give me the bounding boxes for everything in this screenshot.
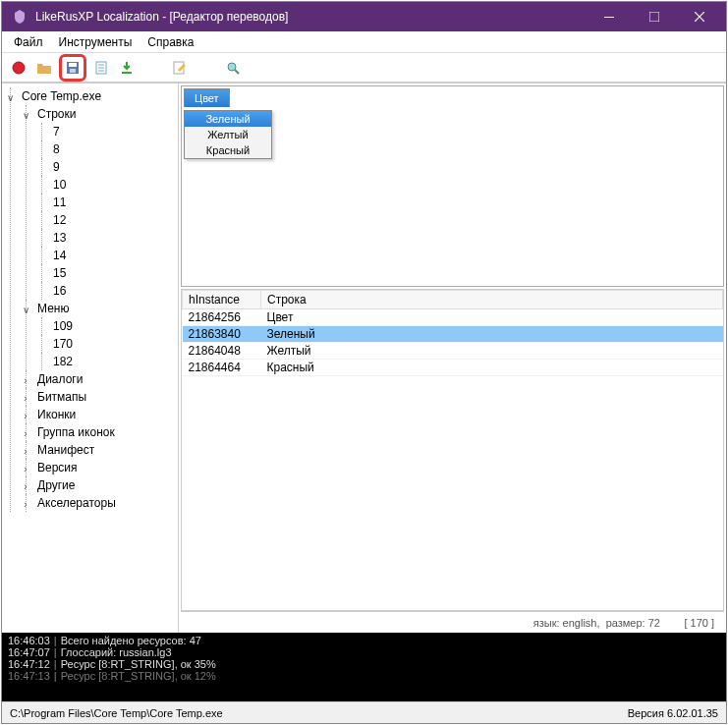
document-button[interactable] xyxy=(90,57,112,79)
size-label: размер: xyxy=(606,617,645,629)
edit-button[interactable] xyxy=(169,57,191,79)
preview-panel: Цвет Зеленый Желтый Красный xyxy=(181,85,724,287)
tree-string-item[interactable]: 13 xyxy=(37,229,174,247)
window-title: LikeRusXP Localization - [Редактор перев… xyxy=(35,10,587,24)
table-row[interactable]: 21863840Зеленый xyxy=(183,326,723,343)
new-button[interactable] xyxy=(8,57,29,79)
chevron-right-icon[interactable]: › xyxy=(20,496,31,508)
tree-string-item[interactable]: 16 xyxy=(37,282,174,300)
dropdown-item-green[interactable]: Зеленый xyxy=(185,111,271,127)
tree-string-item[interactable]: 14 xyxy=(37,247,174,264)
toolbar xyxy=(2,53,726,83)
chevron-down-icon[interactable]: ∨ xyxy=(4,89,16,101)
svg-rect-4 xyxy=(69,63,77,67)
table-row[interactable]: 21864048Желтый xyxy=(183,343,723,360)
tree-string-item[interactable]: 8 xyxy=(37,140,174,158)
maximize-button[interactable] xyxy=(632,2,677,31)
table-row[interactable]: 21864464Красный xyxy=(183,360,723,376)
statusbar: C:\Program Files\Core Temp\Core Temp.exe… xyxy=(2,701,726,723)
count-value: [ 170 ] xyxy=(684,617,714,629)
open-button[interactable] xyxy=(33,57,55,79)
tree-icons[interactable]: ›Иконки xyxy=(22,406,174,423)
preview-tab[interactable]: Цвет xyxy=(184,88,230,107)
tree-strings[interactable]: ∨Строки 7 8 9 10 11 12 13 14 xyxy=(22,105,174,300)
menubar: Файл Инструменты Справка xyxy=(2,31,726,53)
svg-point-2 xyxy=(13,62,25,74)
tree-menu-item[interactable]: 182 xyxy=(37,353,174,370)
chevron-right-icon[interactable]: › xyxy=(20,478,31,490)
tree-icon-group[interactable]: ›Группа иконок xyxy=(22,423,174,441)
chevron-down-icon[interactable]: ∨ xyxy=(20,107,31,119)
menu-tools[interactable]: Инструменты xyxy=(51,33,140,51)
app-icon xyxy=(12,9,28,25)
chevron-right-icon[interactable]: › xyxy=(20,461,31,473)
svg-rect-0 xyxy=(604,17,614,18)
table-row[interactable]: 21864256Цвет xyxy=(183,309,723,326)
tree-menu[interactable]: ∨Меню 109 170 182 xyxy=(22,300,174,370)
log-line: 16:47:13|Ресурс [8:RT_STRING], ок 12% xyxy=(8,670,720,682)
titlebar[interactable]: LikeRusXP Localization - [Редактор перев… xyxy=(2,2,726,31)
tree-manifest[interactable]: ›Манифест xyxy=(22,441,174,459)
strings-table[interactable]: hInstance Строка 21864256Цвет 21863840Зе… xyxy=(181,289,724,611)
search-button[interactable] xyxy=(222,57,244,79)
tree-string-item[interactable]: 9 xyxy=(37,158,174,176)
tree-menu-item[interactable]: 170 xyxy=(37,335,174,353)
tree-accelerators[interactable]: ›Акселераторы xyxy=(22,494,174,512)
tree-menu-item[interactable]: 109 xyxy=(37,317,174,335)
lang-label: язык: xyxy=(533,617,560,629)
svg-line-13 xyxy=(235,70,239,74)
log-line: 16:46:03|Всего найдено ресурсов: 47 xyxy=(8,635,720,646)
close-button[interactable] xyxy=(677,2,722,31)
minimize-button[interactable] xyxy=(587,2,632,31)
tree-string-item[interactable]: 10 xyxy=(37,176,174,194)
chevron-right-icon[interactable]: › xyxy=(20,372,31,384)
log-panel[interactable]: 16:46:03|Всего найдено ресурсов: 47 16:4… xyxy=(2,633,726,701)
log-line: 16:47:12|Ресурс [8:RT_STRING], ок 35% xyxy=(8,658,720,670)
tree-bitmaps[interactable]: ›Битмапы xyxy=(22,388,174,406)
lang-value: english, xyxy=(563,617,600,629)
dropdown-item-yellow[interactable]: Желтый xyxy=(185,127,271,142)
svg-rect-10 xyxy=(122,72,132,74)
log-line: 16:47:07|Глоссарий: russian.lg3 xyxy=(8,646,720,658)
chevron-right-icon[interactable]: › xyxy=(20,425,31,437)
chevron-right-icon[interactable]: › xyxy=(20,443,31,455)
sidebar-tree[interactable]: ∨Core Temp.exe ∨Строки 7 8 9 10 11 12 xyxy=(2,84,179,633)
download-button[interactable] xyxy=(116,57,138,79)
tree-string-item[interactable]: 7 xyxy=(37,123,174,140)
tree-version[interactable]: ›Версия xyxy=(22,459,174,476)
menu-file[interactable]: Файл xyxy=(6,33,51,51)
svg-rect-5 xyxy=(70,69,76,73)
tree-other[interactable]: ›Другие xyxy=(22,476,174,494)
svg-rect-1 xyxy=(649,12,659,22)
svg-point-12 xyxy=(228,63,236,71)
size-value: 72 xyxy=(648,617,660,629)
status-version: Версия 6.02.01.35 xyxy=(628,707,718,719)
chevron-right-icon[interactable]: › xyxy=(20,390,31,402)
col-hinstance[interactable]: hInstance xyxy=(183,291,261,309)
tree-string-item[interactable]: 12 xyxy=(37,211,174,229)
preview-tabs: Цвет xyxy=(184,88,723,107)
save-button[interactable] xyxy=(59,54,86,82)
language-bar: язык: english, размер: 72 [ 170 ] xyxy=(181,611,724,633)
chevron-down-icon[interactable]: ∨ xyxy=(20,302,31,313)
tree-dialogs[interactable]: ›Диалоги xyxy=(22,370,174,388)
status-path: C:\Program Files\Core Temp\Core Temp.exe xyxy=(10,707,628,719)
tree-root[interactable]: ∨Core Temp.exe ∨Строки 7 8 9 10 11 12 xyxy=(6,87,174,512)
preview-dropdown[interactable]: Зеленый Желтый Красный xyxy=(184,110,272,159)
tree-string-item[interactable]: 11 xyxy=(37,194,174,211)
chevron-right-icon[interactable]: › xyxy=(20,408,31,419)
menu-help[interactable]: Справка xyxy=(140,33,201,51)
col-string[interactable]: Строка xyxy=(261,291,723,309)
content-area: ∨Core Temp.exe ∨Строки 7 8 9 10 11 12 xyxy=(2,83,726,633)
tree-string-item[interactable]: 15 xyxy=(37,264,174,282)
main-panel: Цвет Зеленый Желтый Красный hInstance Ст… xyxy=(179,84,726,633)
dropdown-item-red[interactable]: Красный xyxy=(185,142,271,158)
app-window: LikeRusXP Localization - [Редактор перев… xyxy=(1,1,727,724)
